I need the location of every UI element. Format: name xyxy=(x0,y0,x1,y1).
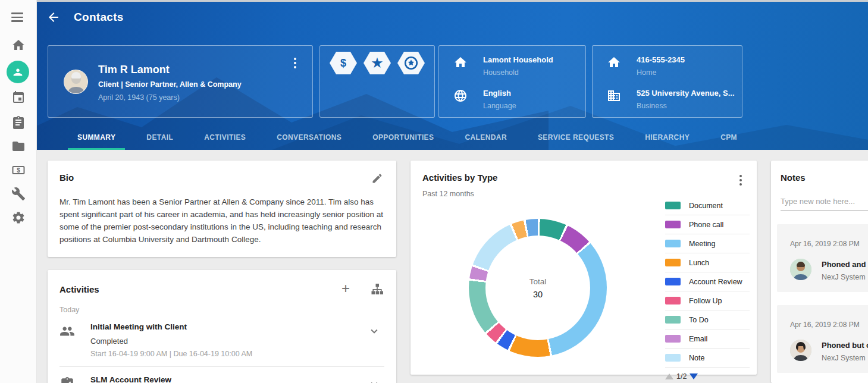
calendar-icon[interactable] xyxy=(11,90,26,105)
notes-title: Notes xyxy=(781,172,868,183)
home-icon xyxy=(453,55,468,70)
tab-activities[interactable]: ACTIVITIES xyxy=(189,125,261,150)
pencil-icon[interactable] xyxy=(371,172,383,184)
back-arrow-icon[interactable] xyxy=(46,10,61,24)
household-label: Household xyxy=(483,68,553,77)
legend-page-down-icon[interactable] xyxy=(690,373,698,379)
legend-page-indicator: 1/2 xyxy=(676,372,687,381)
note-author: NexJ System xyxy=(822,354,868,362)
task-check-icon xyxy=(59,376,75,383)
donut-center-label: Total xyxy=(529,277,547,286)
home-icon xyxy=(607,55,621,70)
legend-item: Follow Up xyxy=(665,291,750,310)
note-timestamp: Apr 16, 2019 2:08 PM xyxy=(790,321,868,329)
legend-item: Email xyxy=(665,329,750,349)
dollar-badge-icon[interactable]: $ xyxy=(330,52,357,74)
kebab-menu-icon[interactable] xyxy=(735,174,746,187)
tab-conversations[interactable]: CONVERSATIONS xyxy=(261,125,357,150)
legend-swatch xyxy=(665,316,681,324)
chart-title: Activities by Type xyxy=(422,172,745,183)
home-icon[interactable] xyxy=(11,38,26,52)
billing-icon[interactable]: $ xyxy=(11,163,26,177)
legend-swatch xyxy=(665,240,681,247)
chart-legend: DocumentPhone callMeetingLunchAccount Re… xyxy=(665,196,750,383)
household-value: Lamont Household xyxy=(483,55,553,64)
note-author-avatar xyxy=(790,259,811,280)
app-bar: Contacts xyxy=(37,0,868,34)
legend-page-up-icon[interactable] xyxy=(665,373,673,379)
legend-swatch xyxy=(665,354,681,362)
bio-card: Bio Mr. Tim Lamont has been a Senior Par… xyxy=(48,161,396,257)
household-row[interactable]: Lamont Household Household xyxy=(453,55,553,77)
top-strip xyxy=(37,0,868,2)
notes-card: Notes Type new note here... Apr 16, 2019… xyxy=(771,161,868,383)
people-icon xyxy=(59,324,75,339)
contact-birthdate: April 20, 1943 (75 years) xyxy=(98,93,180,102)
activities-card: Activities + Today Initial Meeting with … xyxy=(48,270,396,383)
plus-icon[interactable]: + xyxy=(339,282,352,296)
household-card: Lamont Household Household English Langu… xyxy=(438,45,586,118)
legend-label: Phone call xyxy=(689,221,723,229)
phone-value: 416-555-2345 xyxy=(637,55,685,64)
legend-swatch xyxy=(665,221,681,228)
legend-swatch xyxy=(665,297,681,304)
legend-swatch xyxy=(665,259,681,266)
star-badge-icon[interactable]: ★ xyxy=(364,52,391,74)
note-text: Phoned and le xyxy=(822,260,868,269)
note-item: Apr 16, 2019 2:08 PM Phoned and le NexJ … xyxy=(777,224,868,292)
legend-label: Lunch xyxy=(689,259,709,267)
documents-icon[interactable] xyxy=(11,139,26,153)
legend-item: Document xyxy=(665,196,750,215)
bio-text: Mr. Tim Lamont has been a Senior Partner… xyxy=(59,196,388,246)
tab-cpm[interactable]: CPM xyxy=(705,125,753,150)
legend-label: Email xyxy=(689,335,707,343)
contacts-icon[interactable] xyxy=(7,61,29,83)
tab-calendar[interactable]: CALENDAR xyxy=(449,125,522,150)
tab-service-requests[interactable]: SERVICE REQUESTS xyxy=(522,125,629,150)
note-author-avatar xyxy=(790,340,811,361)
kebab-menu-icon[interactable] xyxy=(290,56,300,70)
activity-title: SLM Account Review xyxy=(90,375,384,383)
activity-row[interactable]: Initial Meeting with Client Completed St… xyxy=(59,314,384,367)
legend-item: Account Review xyxy=(665,272,750,291)
contact-summary-card: Tim R Lamont Client | Senior Partner, Al… xyxy=(48,45,313,118)
tasks-icon[interactable] xyxy=(11,115,26,130)
address-row[interactable]: 525 University Avenue, S... Business xyxy=(607,89,735,110)
activity-schedule: Start 16-04-19 9:00 AM | Due 16-04-19 10… xyxy=(90,350,384,358)
tab-detail[interactable]: DETAIL xyxy=(131,125,189,150)
menu-icon[interactable] xyxy=(11,11,26,25)
contact-methods-card: 416-555-2345 Home 525 University Avenue,… xyxy=(592,45,742,118)
legend-swatch xyxy=(665,202,681,209)
org-chart-icon[interactable] xyxy=(370,282,384,296)
phone-row[interactable]: 416-555-2345 Home xyxy=(607,55,685,77)
legend-swatch xyxy=(665,278,681,285)
new-note-input[interactable]: Type new note here... xyxy=(781,197,868,211)
language-row[interactable]: English Language xyxy=(453,89,516,110)
legend-label: To Do xyxy=(689,316,709,324)
legend-swatch xyxy=(665,335,681,343)
donut-center: Total 30 xyxy=(485,236,590,340)
tab-bar: SUMMARY DETAIL ACTIVITIES CONVERSATIONS … xyxy=(62,125,753,150)
legend-label: Note xyxy=(689,354,704,362)
activities-by-type-card: Activities by Type Past 12 months Total … xyxy=(411,161,757,375)
settings-icon[interactable] xyxy=(11,211,26,225)
legend-label: Meeting xyxy=(689,240,715,248)
activity-row[interactable]: SLM Account Review Outstanding xyxy=(59,367,384,383)
tab-summary[interactable]: SUMMARY xyxy=(62,125,131,150)
star-circle-badge-icon[interactable] xyxy=(397,52,425,74)
legend-label: Account Review xyxy=(689,278,742,286)
legend-label: Document xyxy=(689,202,723,210)
bio-title: Bio xyxy=(59,172,384,183)
activity-title: Initial Meeting with Client xyxy=(90,322,384,331)
tab-opportunities[interactable]: OPPORTUNITIES xyxy=(357,125,449,150)
tools-icon[interactable] xyxy=(11,187,26,201)
chevron-down-icon[interactable] xyxy=(368,378,381,383)
legend-pagination: 1/2 xyxy=(665,369,750,383)
page-header: Contacts Tim R Lamont Client | Senior Pa… xyxy=(37,0,868,150)
svg-text:$: $ xyxy=(17,167,20,174)
phone-label: Home xyxy=(637,68,685,77)
tab-hierarchy[interactable]: HIERARCHY xyxy=(629,125,705,150)
chevron-down-icon[interactable] xyxy=(368,325,381,338)
address-value: 525 University Avenue, S... xyxy=(637,89,735,98)
legend-label: Follow Up xyxy=(689,297,722,305)
